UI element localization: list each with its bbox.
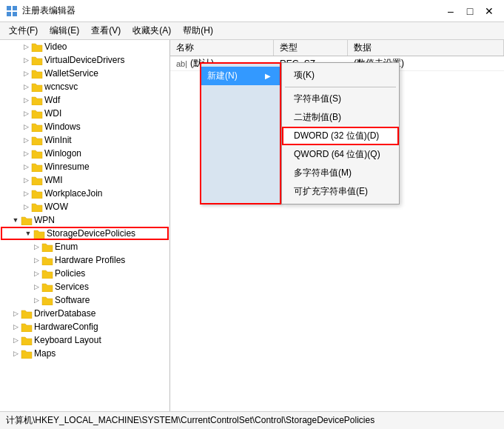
menu-file[interactable]: 文件(F) — [3, 23, 44, 39]
folder-icon-wininit — [31, 135, 43, 145]
tree-item-wpn[interactable]: ▼ WPN — [0, 213, 169, 227]
folder-icon-winresume — [31, 162, 43, 172]
close-button[interactable]: ✕ — [480, 4, 498, 19]
folder-icon-wdi — [31, 108, 43, 119]
tree-label-hc: HardwareConfig — [34, 322, 98, 332]
tree-item-virtualdevicedrivers[interactable]: ▷ VirtualDeviceDrivers — [0, 53, 169, 67]
context-item-qword[interactable]: QWORD (64 位值)(Q) — [282, 145, 399, 164]
folder-icon-wow — [31, 202, 43, 212]
tree-item-wcncsvc[interactable]: ▷ wcncsvc — [0, 80, 169, 93]
expand-icon-policies: ▷ — [31, 268, 41, 279]
context-item-expandstring[interactable]: 可扩充字符串值(E) — [282, 182, 399, 201]
menu-view[interactable]: 查看(V) — [85, 23, 127, 39]
expand-icon-wallet: ▷ — [21, 68, 31, 79]
tree-item-enum[interactable]: ▷ Enum — [0, 240, 169, 253]
expand-icon-wdf: ▷ — [21, 95, 31, 105]
expand-icon-maps: ▷ — [10, 348, 21, 359]
content-panel: 名称 类型 数据 ab| (默认) REG_SZ (数值未设置) 新建(N) ▶ — [170, 40, 504, 411]
tree-label-wmi: WMI — [44, 175, 63, 185]
tree-item-hardwareprofiles[interactable]: ▷ Hardware Profiles — [0, 253, 169, 267]
expand-icon-enum: ▷ — [31, 242, 41, 252]
tree-label-hp: Hardware Profiles — [55, 255, 125, 265]
folder-icon-hc — [21, 322, 33, 332]
tree-item-hardwareconfig[interactable]: ▷ HardwareConfig — [0, 320, 169, 333]
tree-item-windows[interactable]: ▷ Windows — [0, 120, 169, 133]
expand-icon-hp: ▷ — [31, 255, 41, 265]
context-item-dword[interactable]: DWORD (32 位值)(D) — [282, 127, 399, 145]
tree-item-maps[interactable]: ▷ Maps — [0, 347, 169, 360]
status-bar: 计算机\HKEY_LOCAL_MACHINE\SYSTEM\CurrentCon… — [0, 411, 504, 429]
submenu-trigger: 新建(N) ▶ — [200, 62, 281, 204]
tree-label-vdd: VirtualDeviceDrivers — [44, 55, 124, 65]
svg-rect-3 — [13, 12, 17, 16]
tree-item-wmi[interactable]: ▷ WMI — [0, 173, 169, 187]
tree-item-workplacejoin[interactable]: ▷ WorkplaceJoin — [0, 187, 169, 200]
status-text: 计算机\HKEY_LOCAL_MACHINE\SYSTEM\CurrentCon… — [6, 414, 374, 427]
tree-item-policies[interactable]: ▷ Policies — [0, 267, 169, 280]
context-submenu: 项(K) 字符串值(S) 二进制值(B) DWORD (32 位值)(D) QW… — [281, 62, 400, 204]
folder-icon-kl — [21, 335, 33, 345]
tree-item-wdi[interactable]: ▷ WDI — [0, 107, 169, 120]
col-header-data: 数据 — [348, 40, 504, 56]
tree-item-walletservice[interactable]: ▷ WalletService — [0, 67, 169, 80]
maximize-button[interactable]: □ — [461, 4, 479, 19]
menu-help[interactable]: 帮助(H) — [177, 23, 219, 39]
minimize-button[interactable]: – — [442, 4, 460, 19]
folder-icon-vdd — [31, 55, 43, 65]
tree-label-video: Video — [44, 41, 67, 52]
context-item-binary[interactable]: 二进制值(B) — [282, 108, 399, 127]
context-separator-1 — [285, 87, 396, 87]
title-bar-left: 注册表编辑器 — [6, 4, 75, 17]
expand-icon-wininit: ▷ — [21, 135, 31, 145]
expand-icon-wmi: ▷ — [21, 175, 31, 185]
tree-item-wdf[interactable]: ▷ Wdf — [0, 93, 169, 107]
expand-icon-winlogon: ▷ — [21, 148, 31, 159]
new-submenu-item[interactable]: 新建(N) ▶ — [201, 67, 280, 85]
tree-item-video[interactable]: ▷ Video — [0, 40, 169, 53]
expand-icon-wow: ▷ — [21, 202, 31, 212]
tree-item-winresume[interactable]: ▷ Winresume — [0, 160, 169, 173]
tree-label-winresume: Winresume — [44, 162, 90, 172]
tree-label-maps: Maps — [34, 348, 56, 359]
context-item-multistring[interactable]: 多字符串值(M) — [282, 164, 399, 182]
context-item-key[interactable]: 项(K) — [282, 66, 399, 84]
folder-icon-wmi — [31, 175, 43, 185]
new-submenu-label: 新建(N) — [207, 70, 238, 82]
folder-icon-video — [31, 41, 43, 52]
tree-label-sdp: StorageDevicePolicies — [47, 228, 135, 239]
tree-item-winlogon[interactable]: ▷ Winlogon — [0, 147, 169, 160]
folder-icon-hp — [41, 255, 53, 265]
tree-item-driverdatabase[interactable]: ▷ DriverDatabase — [0, 307, 169, 320]
tree-label-wow: WOW — [44, 202, 68, 212]
submenu-arrow-icon: ▶ — [265, 72, 271, 80]
svg-rect-2 — [7, 12, 11, 16]
tree-item-services[interactable]: ▷ Services — [0, 280, 169, 293]
expand-icon-workplacejoin: ▷ — [21, 188, 31, 199]
window-title: 注册表编辑器 — [22, 4, 75, 17]
tree-item-keyboardlayout[interactable]: ▷ Keyboard Layout — [0, 333, 169, 347]
col-header-type: 类型 — [274, 40, 348, 56]
tree-label-wdi: WDI — [44, 108, 61, 119]
col-header-name: 名称 — [170, 40, 274, 56]
folder-icon-services — [41, 282, 53, 292]
tree-item-storagedevicepolicies[interactable]: ▼ StorageDevicePolicies — [1, 227, 169, 240]
tree-item-wow[interactable]: ▷ WOW — [0, 200, 169, 213]
main-area: ▷ Video ▷ VirtualDeviceDrivers ▷ WalletS… — [0, 40, 504, 411]
expand-icon-wcncsvc: ▷ — [21, 82, 31, 92]
menu-favorites[interactable]: 收藏夹(A) — [127, 23, 177, 39]
folder-icon-policies — [41, 268, 53, 279]
app-icon — [6, 5, 18, 17]
context-item-string[interactable]: 字符串值(S) — [282, 90, 399, 108]
svg-rect-1 — [13, 6, 17, 10]
tree-item-wininit[interactable]: ▷ WinInit — [0, 133, 169, 147]
folder-icon-maps — [21, 348, 33, 359]
folder-icon-windows — [31, 122, 43, 132]
folder-icon-winlogon — [31, 148, 43, 159]
tree-item-software[interactable]: ▷ Software — [0, 293, 169, 307]
expand-icon-windows: ▷ — [21, 122, 31, 132]
menu-bar: 文件(F) 编辑(E) 查看(V) 收藏夹(A) 帮助(H) — [0, 22, 504, 40]
tree-panel[interactable]: ▷ Video ▷ VirtualDeviceDrivers ▷ WalletS… — [0, 40, 170, 411]
folder-icon-sdp — [33, 228, 45, 239]
tree-label-wallet: WalletService — [44, 68, 98, 79]
menu-edit[interactable]: 编辑(E) — [44, 23, 85, 39]
